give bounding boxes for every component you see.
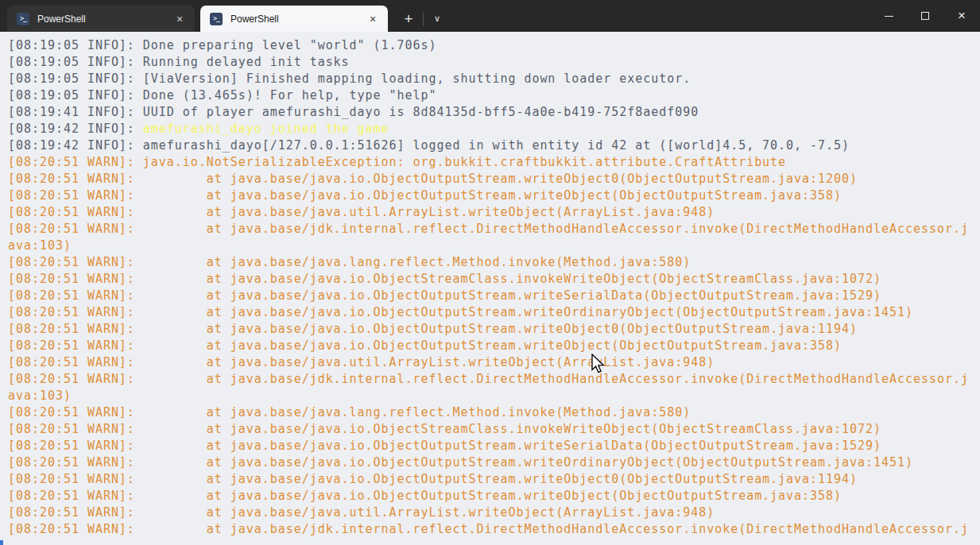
- log-line: [08:20:51 WARN]: java.io.NotSerializable…: [8, 154, 980, 171]
- log-line: [08:19:05 INFO]: Done preparing level "w…: [8, 37, 980, 54]
- log-line: [08:20:51 WARN]: at java.base/java.util.…: [8, 204, 980, 221]
- maximize-button[interactable]: [907, 0, 943, 32]
- log-line: [08:19:41 INFO]: UUID of player amefuras…: [8, 104, 980, 121]
- log-line: ava:103): [8, 388, 980, 404]
- log-line: [08:20:51 WARN]: at java.base/java.io.Ob…: [8, 304, 980, 321]
- close-button[interactable]: ×: [943, 0, 980, 32]
- log-line: [08:20:51 WARN]: at java.base/jdk.intern…: [8, 521, 980, 538]
- powershell-icon: >_: [17, 13, 29, 25]
- tab-dropdown-button[interactable]: ∨: [424, 6, 451, 32]
- tab-close-icon[interactable]: ×: [171, 10, 188, 28]
- titlebar: >_ PowerShell × >_ PowerShell × + ∨ ×: [0, 0, 980, 32]
- log-line: [08:20:51 WARN]: at java.base/java.io.Ob…: [8, 321, 980, 338]
- log-line: [08:20:51 WARN]: at java.base/java.io.Ob…: [8, 187, 980, 204]
- log-line: [08:20:51 WARN]: at java.base/java.io.Ob…: [8, 488, 980, 504]
- tab-strip: >_ PowerShell × >_ PowerShell × + ∨: [0, 0, 451, 32]
- log-line: [08:20:51 WARN]: at java.base/java.io.Ob…: [8, 338, 980, 354]
- log-line: [08:19:05 INFO]: [ViaVersion] Finished m…: [8, 71, 980, 87]
- window-controls: ×: [870, 0, 980, 32]
- powershell-icon: >_: [210, 13, 223, 25]
- plus-icon: +: [404, 10, 413, 28]
- minimize-button[interactable]: [870, 0, 907, 32]
- minimize-icon: [885, 16, 893, 17]
- close-icon: ×: [958, 8, 966, 24]
- log-output: [08:19:05 INFO]: Done preparing level "w…: [0, 32, 980, 538]
- log-line: [08:19:42 INFO]: amefurashi_dayo[/127.0.…: [8, 137, 980, 154]
- chevron-down-icon: ∨: [434, 14, 440, 24]
- tab-powershell-1[interactable]: >_ PowerShell ×: [7, 6, 195, 32]
- log-line: [08:20:51 WARN]: at java.base/java.io.Ob…: [8, 171, 980, 187]
- log-line: [08:20:51 WARN]: at java.base/java.io.Ob…: [8, 471, 980, 488]
- tab-powershell-2[interactable]: >_ PowerShell ×: [200, 6, 388, 32]
- log-line: [08:20:51 WARN]: at java.base/java.io.Ob…: [8, 271, 980, 288]
- terminal-viewport[interactable]: [08:19:05 INFO]: Done preparing level "w…: [0, 32, 980, 545]
- log-line: [08:20:51 WARN]: at java.base/jdk.intern…: [8, 371, 980, 388]
- log-line: [08:20:51 WARN]: at java.base/java.io.Ob…: [8, 288, 980, 304]
- log-line: [08:20:51 WARN]: at java.base/java.util.…: [8, 354, 980, 371]
- log-line: [08:19:42 INFO]: amefurashi_dayo joined …: [8, 121, 980, 137]
- log-line: [08:20:51 WARN]: at java.base/java.util.…: [8, 504, 980, 521]
- tab-title: PowerShell: [37, 14, 171, 25]
- log-line: [08:19:05 INFO]: Running delayed init ta…: [8, 54, 980, 71]
- log-line: ava:103): [8, 238, 980, 254]
- log-line: [08:20:51 WARN]: at java.base/java.io.Ob…: [8, 438, 980, 454]
- log-line: [08:19:05 INFO]: Done (13.465s)! For hel…: [8, 87, 980, 104]
- log-line: [08:20:51 WARN]: at java.base/jdk.intern…: [8, 221, 980, 238]
- new-tab-button[interactable]: +: [394, 6, 423, 32]
- log-line: [08:20:51 WARN]: at java.base/java.io.Ob…: [8, 421, 980, 438]
- tab-title: PowerShell: [230, 14, 364, 25]
- log-line: [08:20:51 WARN]: at java.base/java.io.Ob…: [8, 454, 980, 471]
- log-line: [08:20:51 WARN]: at java.base/java.lang.…: [8, 404, 980, 421]
- tab-close-icon[interactable]: ×: [364, 10, 382, 28]
- corner-artifact: [0, 540, 3, 545]
- maximize-icon: [921, 12, 929, 20]
- log-line: [08:20:51 WARN]: at java.base/java.lang.…: [8, 254, 980, 271]
